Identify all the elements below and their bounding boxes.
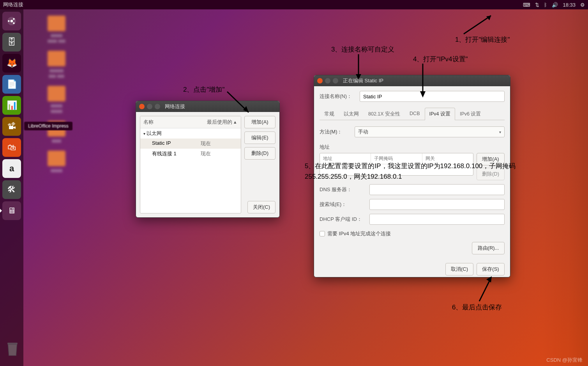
watermark: CSDN @孙宜锋 (546, 357, 583, 364)
tab-ipv4[interactable]: IPv4 设置 (425, 108, 456, 120)
annotation-4: 4、打开"IPv4设置" (413, 55, 468, 64)
titlebar[interactable]: 网络连接 (136, 101, 279, 112)
col-last-used[interactable]: 最后使用的 ▴ (204, 116, 241, 128)
launcher-dash[interactable] (2, 12, 21, 30)
arrow-icon (413, 62, 433, 101)
top-menu-bar: 网络连接 ⌨ ⇅ ᛒ 🔊 18:33 ⚙ (0, 0, 588, 9)
launcher-display[interactable]: 🖥 (2, 201, 21, 220)
dhcp-client-input[interactable] (369, 214, 505, 225)
conn-last: 现在 (201, 150, 238, 157)
routes-button[interactable]: 路由(R)... (472, 242, 505, 254)
minimize-icon[interactable] (325, 78, 330, 84)
keyboard-icon[interactable]: ⌨ (523, 2, 530, 8)
conn-name: Static IP (143, 140, 201, 147)
minimize-icon[interactable] (147, 104, 152, 109)
annotation-3: 3、连接名称可自定义 (331, 45, 394, 54)
arrow-icon (225, 90, 256, 117)
tab-bar: 常规 以太网 802.1X 安全性 DCB IPv4 设置 IPv6 设置 (320, 107, 505, 120)
network-connections-window: 网络连接 名称 最后使用的 ▴ 以太网 Static IP 现在 有线连接 1 … (136, 101, 280, 218)
bluetooth-icon[interactable]: ᛒ (544, 2, 547, 8)
address-section-label: 地址 (320, 144, 505, 151)
svg-point-1 (11, 20, 13, 23)
svg-point-3 (13, 18, 14, 20)
search-domain-input[interactable] (369, 199, 505, 210)
require-ipv4-label: 需要 IPv4 地址完成这个连接 (327, 230, 391, 237)
launcher-amazon[interactable]: a (2, 159, 21, 178)
desktop-folder[interactable]: xxxxx (35, 151, 78, 173)
svg-marker-9 (243, 106, 249, 112)
close-icon[interactable] (139, 104, 145, 109)
arrow-icon (349, 52, 368, 84)
tab-general[interactable]: 常规 (320, 108, 339, 120)
arrow-icon (460, 12, 499, 36)
desktop-icons: xxxxxxxxx xxx xxxxxxxxx xxx xxxxxxxxxx x… (35, 16, 78, 173)
arrow-icon (475, 274, 499, 304)
group-ethernet[interactable]: 以太网 (140, 128, 241, 139)
launcher-dock: 🗄 🦊 📄 📊 📽 🛍 a 🛠 🖥 (0, 9, 23, 366)
launcher-files[interactable]: 🗄 (2, 33, 21, 52)
dhcp-client-label: DHCP 客户端 ID： (320, 216, 366, 223)
desktop-folder[interactable]: xxxxxxxxx xxx (35, 16, 78, 44)
tab-8021x[interactable]: 802.1X 安全性 (364, 108, 405, 120)
list-item[interactable]: Static IP 现在 (140, 139, 241, 149)
tab-ethernet[interactable]: 以太网 (339, 108, 364, 120)
maximize-icon[interactable] (155, 104, 160, 109)
launcher-impress[interactable]: 📽 (2, 117, 21, 136)
annotation-2: 2、点击"增加" (183, 85, 225, 94)
system-tray: ⌨ ⇅ ᛒ 🔊 18:33 ⚙ (523, 2, 585, 8)
launcher-calc[interactable]: 📊 (2, 96, 21, 115)
close-button[interactable]: 关闭(C) (247, 201, 275, 213)
method-select[interactable]: 手动 ▾ (355, 126, 505, 137)
conn-last: 现在 (201, 140, 238, 147)
dns-input[interactable] (369, 184, 505, 195)
require-ipv4-checkbox[interactable] (320, 231, 325, 236)
launcher-software[interactable]: 🛍 (2, 138, 21, 157)
add-button[interactable]: 增加(A) (244, 116, 275, 128)
connection-name-label: 连接名称(N)： (320, 93, 357, 100)
list-item[interactable]: 有线连接 1 现在 (140, 149, 241, 159)
svg-point-4 (13, 22, 14, 24)
list-header: 名称 最后使用的 ▴ (140, 116, 241, 128)
network-icon[interactable]: ⇅ (535, 2, 539, 8)
search-domain-label: 搜索域(E)： (320, 201, 366, 208)
cancel-button[interactable]: 取消(C) (445, 263, 473, 275)
launcher-writer[interactable]: 📄 (2, 75, 21, 94)
launcher-settings[interactable]: 🛠 (2, 180, 21, 199)
connections-list[interactable]: 名称 最后使用的 ▴ 以太网 Static IP 现在 有线连接 1 现在 (140, 116, 241, 213)
conn-name: 有线连接 1 (143, 150, 201, 157)
clock[interactable]: 18:33 (563, 2, 576, 8)
maximize-icon[interactable] (333, 78, 338, 84)
window-title: 网络连接 (165, 103, 185, 110)
tab-ipv6[interactable]: IPv6 设置 (455, 108, 486, 120)
tab-dcb[interactable]: DCB (405, 108, 424, 120)
annotation-1: 1、打开"编辑连接" (455, 35, 510, 44)
svg-line-6 (464, 16, 491, 34)
launcher-tooltip: LibreOffice Impress (24, 122, 72, 130)
delete-button[interactable]: 删除(D) (244, 147, 275, 160)
method-label: 方法(M)： (320, 128, 351, 135)
dns-label: DNS 服务器： (320, 186, 366, 193)
chevron-down-icon: ▾ (499, 130, 501, 134)
volume-icon[interactable]: 🔊 (552, 2, 558, 8)
desktop-folder[interactable]: xxxxxxxxxx (35, 86, 78, 114)
svg-marker-11 (356, 74, 361, 80)
close-icon[interactable] (317, 78, 323, 84)
gear-icon[interactable]: ⚙ (580, 2, 585, 8)
titlebar[interactable]: 正在编辑 Static IP (314, 75, 510, 86)
svg-point-2 (8, 20, 9, 22)
edit-button[interactable]: 编辑(E) (244, 131, 275, 144)
annotation-6: 6、最后点击保存 (452, 303, 502, 312)
col-name[interactable]: 名称 (140, 116, 204, 128)
annotation-5: 5、在此配置需要设置的IP，我这里设置的IP为192.168.0.100，子网掩… (305, 161, 539, 182)
desktop-folder[interactable]: xxxxxxxxx xxx (35, 51, 78, 79)
svg-marker-13 (420, 91, 426, 98)
launcher-firefox[interactable]: 🦊 (2, 54, 21, 73)
method-value: 手动 (358, 128, 368, 135)
active-window-title: 网络连接 (3, 1, 23, 8)
